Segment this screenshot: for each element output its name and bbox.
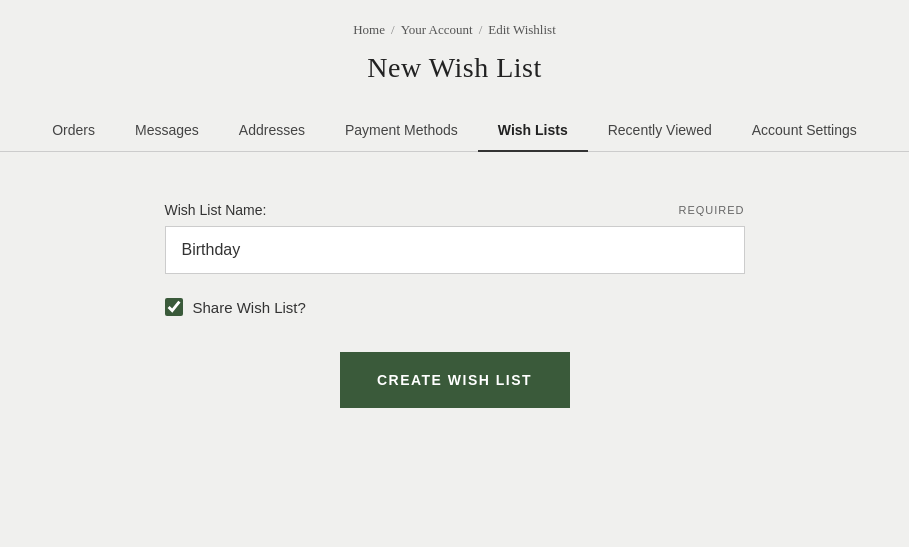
form-area: Wish List Name: REQUIRED Share Wish List… <box>165 202 745 408</box>
breadcrumb-sep-2: / <box>479 22 483 38</box>
field-header: Wish List Name: REQUIRED <box>165 202 745 218</box>
nav-item-payment-methods[interactable]: Payment Methods <box>325 112 478 152</box>
nav-item-addresses[interactable]: Addresses <box>219 112 325 152</box>
create-wish-list-button[interactable]: CREATE WISH LIST <box>340 352 570 408</box>
nav-item-messages[interactable]: Messages <box>115 112 219 152</box>
share-checkbox[interactable] <box>165 298 183 316</box>
required-badge: REQUIRED <box>678 204 744 216</box>
nav-item-recently-viewed[interactable]: Recently Viewed <box>588 112 732 152</box>
field-label: Wish List Name: <box>165 202 267 218</box>
btn-wrapper: CREATE WISH LIST <box>165 316 745 408</box>
nav-item-account-settings[interactable]: Account Settings <box>732 112 877 152</box>
page-container: Home / Your Account / Edit Wishlist New … <box>0 0 909 547</box>
breadcrumb: Home / Your Account / Edit Wishlist <box>353 22 556 38</box>
breadcrumb-home[interactable]: Home <box>353 22 385 38</box>
share-row: Share Wish List? <box>165 298 306 316</box>
breadcrumb-sep-1: / <box>391 22 395 38</box>
nav-item-wish-lists[interactable]: Wish Lists <box>478 112 588 152</box>
share-label[interactable]: Share Wish List? <box>193 299 306 316</box>
breadcrumb-current: Edit Wishlist <box>488 22 556 38</box>
page-title: New Wish List <box>367 52 541 84</box>
nav-bar: Orders Messages Addresses Payment Method… <box>0 112 909 152</box>
breadcrumb-account[interactable]: Your Account <box>401 22 473 38</box>
wish-list-name-input[interactable] <box>165 226 745 274</box>
nav-item-orders[interactable]: Orders <box>32 112 115 152</box>
